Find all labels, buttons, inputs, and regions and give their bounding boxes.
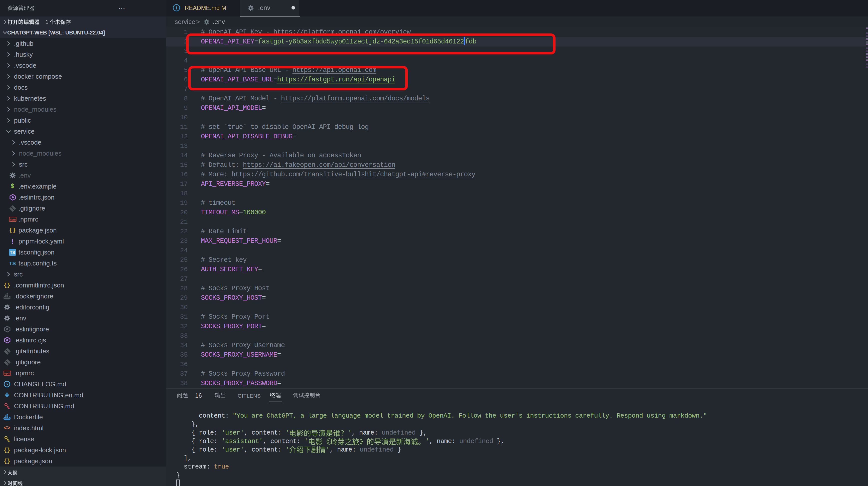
svg-text:npm: npm bbox=[4, 372, 10, 375]
svg-text:TS: TS bbox=[10, 251, 15, 255]
svg-text:npm: npm bbox=[9, 218, 16, 221]
